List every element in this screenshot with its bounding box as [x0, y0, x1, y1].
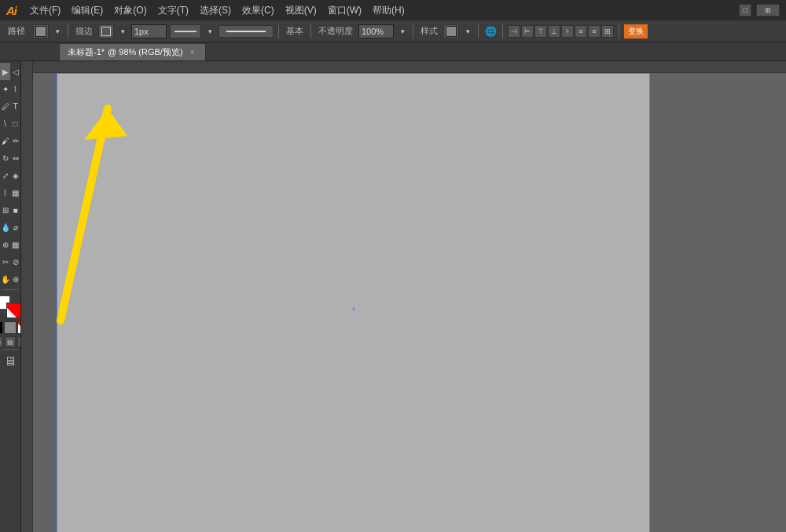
symbol-group: ⊛ ▦ [0, 236, 20, 253]
menu-object[interactable]: 对象(O) [108, 4, 152, 17]
mesh-tool[interactable]: ⊞ [0, 201, 10, 218]
magic-lasso-group: ✦ ⌇ [0, 80, 20, 97]
screen-mode-icon[interactable]: □ [739, 4, 751, 17]
menu-effect[interactable]: 效果(C) [237, 4, 280, 17]
left-toolbar: ▶ ◁ ✦ ⌇ 🖊 T \ □ 🖌 ✏ ↻ ⇔ ⤢ ◈ ⌇ ▦ [0, 61, 21, 532]
bar-graph-tool[interactable]: ▦ [10, 184, 20, 201]
path-label: 路径 [8, 25, 25, 37]
pen-type-group: 🖊 T [0, 97, 20, 115]
slice-tool[interactable]: ✂ [0, 253, 10, 270]
mesh-gradient-group: ⊞ ■ [0, 201, 20, 218]
selection-tool-group: ▶ ◁ [0, 63, 20, 80]
rect-tool[interactable]: □ [10, 115, 20, 132]
arrange-icon[interactable]: ⊞ [601, 25, 614, 38]
blend-tool[interactable]: ⌀ [10, 218, 20, 236]
document-tab[interactable]: 未标题-1*@ 98% (RGB/预览) × [59, 43, 206, 61]
no-color-swatch[interactable] [6, 303, 21, 318]
stroke-line-selector[interactable] [219, 25, 274, 38]
stroke-label: 描边 [73, 25, 95, 37]
line-tool[interactable]: \ [0, 115, 10, 132]
style-label: 样式 [418, 25, 440, 37]
ruler-left [21, 61, 33, 532]
type-tool[interactable]: T [10, 97, 20, 115]
zoom-tool[interactable]: ⊕ [10, 270, 20, 288]
arrange-windows-icon[interactable]: ⊞ [756, 4, 780, 17]
stroke-color-btn[interactable] [98, 24, 114, 39]
canvas-area[interactable] [21, 61, 786, 532]
tab-bar: 未标题-1*@ 98% (RGB/预览) × [0, 42, 786, 61]
pencil-tool[interactable]: ✏ [10, 132, 20, 149]
fill-arrow-icon: ▾ [52, 26, 63, 37]
separator-5 [478, 24, 479, 39]
symbol-spray-tool[interactable]: ⊛ [0, 236, 10, 253]
align-icons: ⊣ ⊢ ⊤ ⊥ ⊦ ≡ ≡ ⊞ [508, 25, 614, 38]
separator-2 [278, 24, 279, 39]
menu-help[interactable]: 帮助(H) [367, 4, 410, 17]
canvas-center-dot [352, 308, 354, 310]
align-bottom-icon[interactable]: ⊦ [561, 25, 574, 38]
document-canvas[interactable] [57, 73, 650, 532]
tool-separator-1 [2, 289, 19, 290]
opacity-label: 不透明度 [316, 25, 355, 37]
magic-wand-tool[interactable]: ✦ [0, 80, 10, 97]
direct-selection-tool[interactable]: ◁ [10, 63, 20, 80]
distribute-icon[interactable]: ≡ [575, 25, 587, 38]
eyedropper-tool[interactable]: 💧 [0, 218, 10, 236]
align-left-icon[interactable]: ⊣ [508, 25, 520, 38]
line-shape-group: \ □ [0, 115, 20, 132]
basic-label: 基本 [284, 25, 306, 37]
brush-tool[interactable]: 🖌 [0, 132, 10, 149]
slice-eraser-group: ✂ ⊘ [0, 253, 20, 270]
style-arrow-icon: ▾ [462, 26, 473, 37]
menu-window[interactable]: 窗口(W) [322, 4, 367, 17]
fg-bg-swatches [0, 293, 21, 320]
lasso-tool[interactable]: ⌇ [10, 80, 20, 97]
selection-tool[interactable]: ▶ [0, 63, 10, 80]
hand-tool[interactable]: ✋ [0, 270, 10, 288]
globe-icon[interactable]: 🌐 [483, 24, 498, 39]
style-picker-btn[interactable] [443, 24, 459, 39]
color-mode-icon[interactable]: ◉ [0, 336, 3, 347]
opacity-input[interactable] [358, 24, 394, 39]
align-right-icon[interactable]: ⊤ [534, 25, 547, 38]
tool-separator-2 [2, 349, 19, 350]
col-graph-tool2[interactable]: ▦ [10, 236, 20, 253]
stroke-style-select[interactable] [170, 24, 201, 39]
separator-4 [413, 24, 413, 39]
menu-file[interactable]: 文件(F) [24, 4, 66, 17]
gradient-mode-icon[interactable]: ▤ [5, 336, 16, 347]
align-top-icon[interactable]: ⊥ [548, 25, 560, 38]
pen-tool[interactable]: 🖊 [0, 97, 10, 115]
title-bar: Ai 文件(F) 编辑(E) 对象(O) 文字(T) 选择(S) 效果(C) 视… [0, 0, 786, 20]
stroke-width-input[interactable] [131, 24, 167, 39]
warp-tool[interactable]: ◈ [10, 167, 20, 184]
width-tool[interactable]: ⌇ [0, 184, 10, 201]
separator-6 [502, 24, 503, 39]
color-swatches: ◉ ▤ ⊘ [0, 293, 20, 347]
menu-edit[interactable]: 编辑(E) [66, 4, 108, 17]
main-area: ▶ ◁ ✦ ⌇ 🖊 T \ □ 🖌 ✏ ↻ ⇔ ⤢ ◈ ⌇ ▦ [0, 61, 786, 532]
opacity-arrow-icon: ▾ [397, 26, 408, 37]
rotate-reflect-group: ↻ ⇔ [0, 149, 20, 167]
distribute-vert-icon[interactable]: ≡ [588, 25, 601, 38]
ruler-top [21, 61, 786, 73]
menu-type[interactable]: 文字(T) [152, 4, 194, 17]
menu-select[interactable]: 选择(S) [194, 4, 237, 17]
stroke-arrow-icon: ▾ [117, 26, 128, 37]
tab-close-btn[interactable]: × [188, 48, 197, 57]
black-swatch[interactable] [0, 321, 3, 334]
transform-button[interactable]: 变换 [624, 24, 648, 39]
rotate-tool[interactable]: ↻ [0, 149, 10, 167]
graph-group: ⌇ ▦ [0, 184, 20, 201]
gradient-tool[interactable]: ■ [10, 201, 20, 218]
mode-icons: ◉ ▤ ⊘ [0, 336, 21, 347]
menu-view[interactable]: 视图(V) [280, 4, 322, 17]
fill-color-btn[interactable] [33, 24, 49, 39]
eraser-tool[interactable]: ⊘ [10, 253, 20, 270]
reflect-tool[interactable]: ⇔ [10, 149, 20, 167]
gray-swatch[interactable] [4, 321, 17, 334]
align-center-icon[interactable]: ⊢ [521, 25, 534, 38]
screen-modes-btn[interactable]: 🖥 [4, 354, 17, 369]
scale-tool[interactable]: ⤢ [0, 167, 10, 184]
separator-3 [310, 24, 311, 39]
